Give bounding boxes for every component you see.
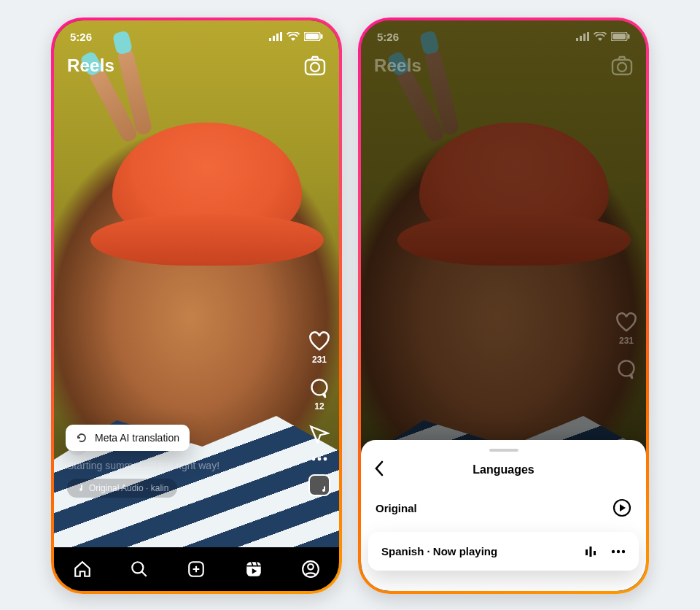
like-button[interactable]: 231: [308, 331, 330, 365]
nav-home[interactable]: [73, 560, 92, 579]
more-icon: [611, 549, 626, 554]
phone-mockup-left: 5:26 Reels 231 12: [51, 18, 342, 594]
status-icons: [269, 32, 323, 41]
cellular-icon: [576, 32, 589, 41]
refresh-icon: [76, 432, 88, 444]
svg-point-17: [308, 564, 314, 570]
screen: 5:26 Reels 231: [361, 20, 646, 591]
svg-point-10: [312, 458, 316, 461]
music-note-icon: [320, 486, 327, 493]
screen: 5:26 Reels 231 12: [54, 20, 339, 591]
camera-button[interactable]: [304, 55, 326, 76]
svg-point-32: [612, 549, 615, 552]
sheet-header: Languages: [361, 459, 646, 481]
audio-bars-icon: [585, 546, 596, 557]
svg-rect-2: [276, 34, 279, 41]
language-more-button[interactable]: [611, 549, 626, 554]
wifi-icon: [594, 32, 607, 41]
audio-pill[interactable]: Original Audio · kalin: [67, 479, 177, 498]
svg-rect-3: [280, 32, 282, 41]
like-button[interactable]: 231: [615, 312, 637, 346]
language-row-original[interactable]: Original: [361, 488, 646, 528]
comment-button[interactable]: [616, 359, 637, 379]
nav-search[interactable]: [130, 560, 149, 579]
audio-thumbnail[interactable]: [308, 474, 330, 496]
status-time: 5:26: [377, 31, 399, 43]
phone-mockup-right: 5:26 Reels 231: [358, 18, 649, 594]
svg-rect-20: [583, 34, 586, 41]
reel-video-frame[interactable]: [54, 20, 339, 591]
svg-rect-18: [576, 38, 578, 41]
svg-rect-5: [306, 34, 319, 39]
battery-icon: [611, 32, 630, 41]
svg-rect-31: [594, 551, 596, 555]
svg-point-34: [622, 549, 625, 552]
music-note-icon: [76, 484, 85, 493]
sheet-title: Languages: [472, 463, 534, 476]
svg-rect-19: [580, 36, 582, 41]
svg-rect-15: [246, 562, 261, 576]
plus-square-icon: [187, 560, 206, 579]
share-icon: [309, 425, 330, 444]
reels-icon: [244, 560, 263, 579]
status-bar: 5:26: [54, 28, 339, 45]
post-caption: Starting summer off the right way!: [67, 460, 288, 471]
reels-header: Reels: [54, 55, 339, 76]
nav-create[interactable]: [187, 560, 206, 579]
more-button[interactable]: [311, 457, 327, 461]
svg-rect-0: [269, 38, 271, 41]
nav-reels[interactable]: [244, 560, 263, 579]
status-bar: 5:26: [361, 28, 646, 45]
wifi-icon: [287, 32, 300, 41]
language-spanish-label: Spanish · Now playing: [381, 545, 497, 557]
home-icon: [73, 560, 92, 579]
cellular-icon: [269, 32, 282, 41]
svg-rect-1: [273, 36, 275, 41]
reels-header: Reels: [361, 55, 646, 76]
action-rail: 231: [615, 312, 637, 379]
svg-point-8: [311, 63, 319, 72]
svg-rect-21: [587, 32, 589, 41]
svg-point-33: [617, 549, 620, 552]
svg-rect-6: [321, 34, 323, 39]
svg-point-13: [133, 562, 144, 573]
bottom-nav: [54, 547, 339, 591]
sheet-grab-handle[interactable]: [489, 449, 518, 452]
meta-ai-translation-pill[interactable]: Meta AI translation: [66, 425, 190, 451]
svg-rect-23: [612, 34, 626, 39]
like-count: 231: [619, 336, 634, 346]
heart-icon: [615, 312, 637, 333]
svg-point-26: [618, 63, 626, 72]
reels-title: Reels: [374, 55, 421, 76]
svg-rect-24: [628, 34, 630, 39]
language-row-spanish[interactable]: Spanish · Now playing: [368, 532, 639, 571]
camera-button[interactable]: [611, 55, 633, 76]
comment-count: 12: [314, 401, 324, 412]
comment-icon: [616, 359, 637, 379]
svg-point-12: [324, 458, 327, 461]
svg-rect-29: [586, 549, 588, 555]
nav-profile[interactable]: [301, 560, 320, 579]
reels-title: Reels: [67, 55, 114, 76]
languages-sheet: Languages Original Spanish · Now playing: [361, 440, 646, 591]
play-circle-icon: [612, 498, 631, 517]
comment-icon: [309, 378, 330, 398]
language-original-label: Original: [376, 502, 417, 514]
like-count: 231: [312, 355, 327, 365]
svg-rect-30: [590, 547, 592, 557]
now-playing-indicator: [585, 546, 596, 557]
comment-button[interactable]: 12: [309, 378, 330, 412]
play-original-button[interactable]: [612, 498, 631, 517]
sheet-back-button[interactable]: [374, 460, 384, 476]
search-icon: [130, 560, 149, 579]
share-button[interactable]: [309, 425, 330, 444]
chevron-left-icon: [374, 460, 384, 476]
camera-icon: [611, 55, 633, 76]
translation-label: Meta AI translation: [95, 432, 179, 444]
status-icons: [576, 32, 630, 41]
profile-icon: [301, 560, 320, 579]
more-icon: [311, 457, 327, 461]
audio-label: Original Audio · kalin: [89, 483, 168, 493]
svg-point-11: [318, 458, 322, 461]
battery-icon: [304, 32, 323, 41]
